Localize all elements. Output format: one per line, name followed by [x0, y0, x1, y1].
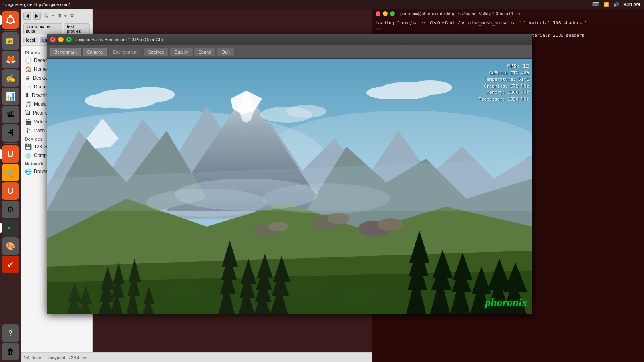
location-bar: .phoronix-test-suite test-profiles [21, 23, 92, 34]
svg-point-78 [127, 87, 175, 103]
valley-titlebar: ✕ − + Unigine Valley Benchmark 1.0 Pro (… [47, 34, 532, 45]
launcher-writer[interactable]: ✍ [2, 69, 19, 87]
launcher-files[interactable] [2, 32, 19, 50]
svg-rect-6 [6, 38, 10, 39]
valley-window: ✕ − + Unigine Valley Benchmark 1.0 Pro (… [47, 34, 532, 314]
svg-point-82 [366, 86, 406, 99]
breadcrumb-local[interactable]: local [23, 37, 38, 43]
desktop: Unigine engine http://unigine.com/ ⌨ 📶 🔊… [0, 0, 644, 362]
launcher-impress[interactable]: 📽 [2, 106, 19, 123]
valley-window-title: Unigine Valley Benchmark 1.0 Pro (OpenGL… [76, 37, 163, 42]
launcher-terminal[interactable]: >_ [2, 219, 19, 237]
memory-label: Memory: 1800 MHz [479, 90, 529, 96]
downloads-icon: ⬇ [25, 92, 30, 99]
launcher-gimp[interactable]: 🎨 [2, 237, 19, 255]
svg-rect-9 [8, 42, 10, 43]
ubuntu-software-icon: U [7, 149, 14, 159]
terminal-line-2: ms [376, 26, 641, 32]
fps-counter: FPS: 12 [479, 62, 529, 70]
top-bar-title: Unigine engine http://unigine.com/ [3, 2, 70, 7]
maximize-button[interactable]: + [66, 37, 72, 42]
minimize-button[interactable]: − [58, 37, 64, 42]
processor-label: Processor: 1350 MHz [479, 96, 529, 103]
svg-point-87 [147, 189, 266, 217]
launcher-firefox[interactable]: 🦊 [2, 51, 19, 68]
svg-point-4 [6, 21, 8, 23]
launcher-trash[interactable]: 🗑 [2, 343, 19, 360]
status-item-3: 723 items [68, 355, 87, 360]
settings-button[interactable]: Settings [144, 48, 169, 56]
breadcrumb-test-profiles[interactable]: test-profiles [64, 23, 90, 34]
breadcrumb-phoronix[interactable]: .phoronix-test-suite [23, 23, 62, 34]
launcher-amazon[interactable]: 🛒 [2, 164, 19, 181]
launcher-calc[interactable]: 📊 [2, 88, 19, 105]
sidebar-trash-label: Trash [33, 128, 45, 133]
terminal-maximize-btn[interactable] [390, 11, 395, 16]
music-icon: 🎵 [25, 101, 32, 107]
sidebar-videos-label: Videos [34, 119, 48, 125]
terminal-close-btn[interactable] [376, 11, 380, 16]
documents-icon: 📄 [25, 84, 32, 90]
svg-point-3 [13, 21, 15, 23]
statusbar: 452 items Encrypted 723 items [21, 352, 372, 362]
sound-button[interactable]: Sound [194, 48, 216, 56]
terminal-line-1: Loading "core/materials/default/unigine_… [376, 20, 641, 26]
view-toggle-icon: ▾ [64, 13, 68, 18]
svg-point-84 [286, 105, 326, 118]
impress-icon: 📽 [6, 110, 14, 119]
speaker-icon: 🔊 [613, 2, 619, 7]
list-view-icon: ≡ [51, 14, 55, 18]
trash-fm-icon: 🗑 [25, 127, 30, 134]
close-button[interactable]: ✕ [50, 37, 56, 42]
ubuntu-logo-icon [5, 14, 16, 26]
top-bar-left: Unigine engine http://unigine.com/ [0, 2, 592, 7]
amazon-icon: 🛒 [6, 168, 16, 177]
search-icon: 🔍 [42, 13, 50, 18]
status-item-1: 452 items [23, 355, 42, 360]
launcher-ubuntu-one[interactable]: U [2, 182, 19, 200]
quality-button[interactable]: Quality [170, 48, 192, 56]
svg-point-75 [286, 279, 326, 294]
pictures-icon: 🖼 [25, 110, 30, 116]
files-icon [5, 36, 16, 46]
network-browse-icon: 🌐 [25, 168, 32, 175]
status-item-2: Encrypted [46, 355, 66, 360]
desktop-icon: 🖥 [25, 75, 30, 81]
terminal-minimize-btn[interactable] [383, 11, 388, 16]
writer-icon: ✍ [6, 73, 16, 83]
environment-button: Environment [109, 48, 142, 56]
svg-point-88 [262, 183, 390, 214]
terminal-title: phoronix@phoronix-desktop: ~/Unigine_Val… [400, 11, 521, 16]
clock: 9:34 AM [623, 2, 640, 7]
drive-icon: 💾 [25, 143, 32, 150]
calc-icon: 📊 [6, 91, 16, 101]
top-bar-right: ⌨ 📶 🔊 9:34 AM [592, 2, 644, 7]
gimp-icon: 🎨 [6, 241, 16, 251]
back-button[interactable]: ◀ [23, 12, 31, 20]
gpu-label: GeForce GTX 460 [479, 70, 529, 77]
launcher-divider-2 [4, 143, 17, 144]
benchmark-button[interactable]: Benchmark [50, 48, 81, 56]
ubuntu-one-icon: U [7, 186, 14, 196]
terminal-icon: >_ [7, 225, 14, 231]
launcher-settings[interactable]: ⚙ [2, 201, 19, 218]
settings-gear-icon: ⚙ [7, 205, 14, 214]
terminal-titlebar: phoronix@phoronix-desktop: ~/Unigine_Val… [372, 9, 644, 18]
settings-icon: ⚙ [69, 13, 75, 18]
sidebar-music-label: Music [34, 101, 46, 107]
launcher-ubuntu[interactable] [2, 11, 19, 29]
valley-viewport: FPS: 12 GeForce GTX 460 Temperature: 51°… [47, 59, 532, 314]
keyboard-icon: ⌨ [592, 2, 599, 7]
launcher-help[interactable]: ? [2, 324, 19, 342]
home-icon: 🏠 [25, 66, 32, 72]
launcher-ubuntu-software[interactable]: U [2, 145, 19, 163]
help-icon: ? [8, 329, 12, 338]
temperature-label: Temperature: 51°C [479, 76, 529, 83]
camera-button[interactable]: Camera [83, 48, 107, 56]
launcher-v[interactable]: ✔ [2, 256, 19, 273]
quit-button[interactable]: Quit [217, 48, 234, 56]
grid-view-icon: ⊞ [57, 13, 62, 18]
firefox-icon: 🦊 [5, 54, 16, 65]
forward-button[interactable]: ▶ [33, 12, 41, 20]
launcher-draw[interactable]: 🗄 [2, 124, 19, 142]
